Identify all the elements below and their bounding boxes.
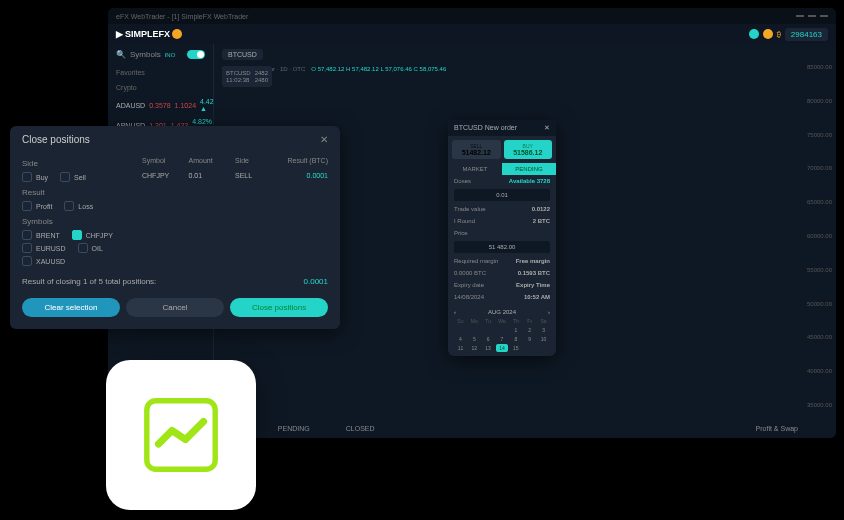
notif-icon[interactable] (763, 29, 773, 39)
chart-ohlc: O 57,482.12 H 57,482.12 L 57,076.46 C 58… (311, 66, 446, 72)
cb-chfjpy[interactable]: CHFJPY (72, 230, 113, 240)
chart-logo-icon (136, 390, 226, 480)
calendar[interactable]: ‹AUG 2024› SuMoTuWeThFrSa123456789101112… (448, 303, 556, 356)
qty-input[interactable]: 0.01 (454, 189, 550, 201)
cb-eurusd[interactable]: EURUSD (22, 243, 66, 253)
cb-profit[interactable]: Profit (22, 201, 52, 211)
close-icon[interactable]: ✕ (320, 134, 328, 145)
y-axis: 85000.0080000.0075000.0070000.0065000.00… (806, 64, 836, 408)
window-controls[interactable] (796, 15, 828, 17)
close-positions-modal: Close positions ✕ Side Buy Sell Result P… (10, 126, 340, 329)
fav-toggle[interactable] (187, 50, 205, 59)
close-positions-button[interactable]: Close positions (230, 298, 328, 317)
modal-title: Close positions (22, 134, 90, 145)
tab-pending[interactable]: PENDING (502, 163, 556, 175)
cancel-button[interactable]: Cancel (126, 298, 224, 317)
tab-market[interactable]: MARKET (448, 163, 502, 175)
brand-logo: ▶SIMPLEFX (116, 29, 182, 39)
tab-pending[interactable]: PENDING (270, 423, 318, 434)
price-input[interactable]: 51 482.00 (454, 241, 550, 253)
close-icon[interactable]: ✕ (544, 124, 550, 132)
cb-oil[interactable]: OIL (78, 243, 103, 253)
cb-xauusd[interactable]: XAUUSD (22, 256, 65, 266)
sidebar-row[interactable]: ADAUSD0.35781.10244.42% ▲ (108, 95, 213, 115)
ticker[interactable]: BTCUSD11:02:38 24822480 (222, 66, 272, 87)
table-row[interactable]: CHFJPY0.01SELL0.0001 (142, 168, 328, 183)
titlebar: eFX WebTrader - [1] SimpleFX WebTrader (108, 8, 836, 24)
window-title: eFX WebTrader - [1] SimpleFX WebTrader (116, 13, 248, 20)
pair-tab[interactable]: BTCUSD (222, 49, 263, 60)
cb-buy[interactable]: Buy (22, 172, 48, 182)
balance[interactable]: 2984163 (785, 28, 828, 41)
chart-footer: OPEN PENDING CLOSED Profit & Swap (214, 418, 806, 438)
new-order-modal: BTCUSD New order✕ SELL51482.12 BUY51586.… (448, 120, 556, 356)
brand-card (106, 360, 256, 510)
profit-swap: Profit & Swap (756, 425, 798, 432)
section-favorites: Favorites (108, 65, 213, 80)
cb-loss[interactable]: Loss (64, 201, 93, 211)
tab-closed[interactable]: CLOSED (338, 423, 383, 434)
cb-brent[interactable]: BRENT (22, 230, 60, 240)
topbar: ▶SIMPLEFX ₿ 2984163 (108, 24, 836, 44)
section-crypto: Crypto (108, 80, 213, 95)
sidebar-title: Symbols (130, 50, 161, 59)
clear-button[interactable]: Clear selection (22, 298, 120, 317)
status-icon (749, 29, 759, 39)
search-icon[interactable]: 🔍 (116, 50, 126, 59)
btc-icon: ₿ (777, 30, 781, 39)
buy-box[interactable]: BUY51586.12 (504, 140, 553, 159)
cb-sell[interactable]: Sell (60, 172, 86, 182)
sell-box[interactable]: SELL51482.12 (452, 140, 501, 159)
